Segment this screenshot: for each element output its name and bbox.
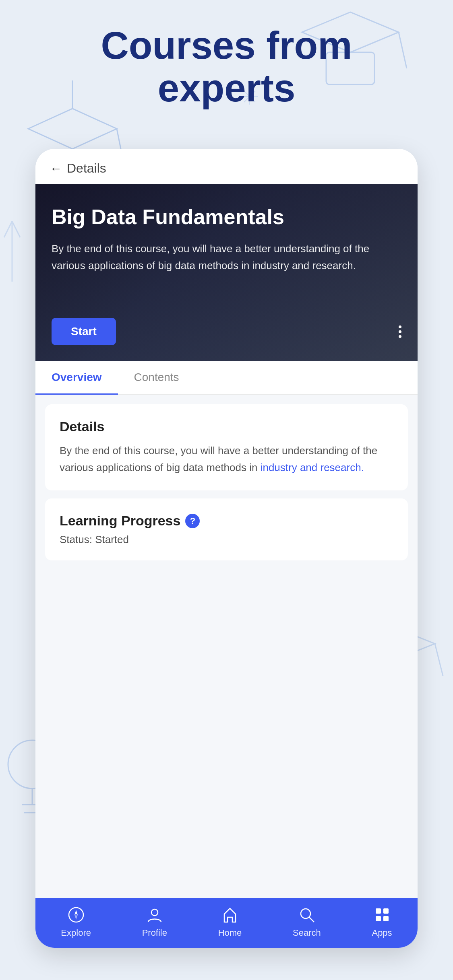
svg-line-24 [12, 221, 20, 237]
dot2 [399, 330, 401, 333]
hero-title: Courses from experts [0, 24, 453, 109]
course-title: Big Data Fundamentals [52, 204, 401, 229]
details-card-text: By the end of this course, you will have… [60, 443, 393, 476]
learning-progress-card: Learning Progress ? Status: Started [45, 498, 408, 560]
svg-rect-32 [383, 908, 389, 914]
nav-item-apps[interactable]: Apps [372, 905, 392, 938]
search-icon [297, 905, 316, 924]
details-card: Details By the end of this course, you w… [45, 404, 408, 490]
nav-item-home[interactable]: Home [218, 905, 242, 938]
phone-frame: ← Details Big Data Fundamentals By the e… [35, 149, 418, 948]
grid-icon [372, 905, 392, 924]
svg-point-29 [301, 909, 310, 918]
tab-contents[interactable]: Contents [118, 361, 195, 395]
svg-rect-33 [376, 916, 381, 921]
banner-content: Big Data Fundamentals By the end of this… [52, 204, 401, 274]
svg-marker-26 [74, 910, 78, 915]
content-area[interactable]: Details By the end of this course, you w… [35, 395, 418, 898]
start-button[interactable]: Start [52, 318, 116, 345]
svg-line-23 [4, 221, 12, 237]
status-value: Started [95, 533, 129, 546]
svg-line-30 [309, 917, 314, 922]
status-label: Status: [60, 533, 92, 546]
svg-line-20 [435, 644, 443, 676]
learning-progress-status: Status: Started [60, 533, 393, 546]
svg-point-25 [69, 908, 83, 922]
details-card-title: Details [60, 419, 393, 434]
nav-label-profile: Profile [142, 928, 167, 938]
learning-progress-header: Learning Progress ? [60, 513, 393, 529]
screen-header: ← Details [35, 149, 418, 184]
svg-rect-31 [376, 908, 381, 914]
hero-title-line2: experts [158, 66, 296, 109]
nav-label-search: Search [293, 928, 321, 938]
nav-item-search[interactable]: Search [293, 905, 321, 938]
nav-label-apps: Apps [372, 928, 392, 938]
header-title: Details [67, 161, 106, 176]
dot3 [399, 335, 401, 338]
home-icon [220, 905, 240, 924]
learning-progress-title: Learning Progress [60, 513, 180, 529]
person-icon [145, 905, 164, 924]
details-text-highlight: industry and research. [261, 461, 364, 474]
course-banner: Big Data Fundamentals By the end of this… [35, 184, 418, 361]
nav-item-explore[interactable]: Explore [61, 905, 91, 938]
tab-overview[interactable]: Overview [35, 361, 118, 395]
svg-rect-34 [383, 916, 389, 921]
nav-label-home: Home [218, 928, 242, 938]
dot1 [399, 325, 401, 328]
nav-label-explore: Explore [61, 928, 91, 938]
course-description: By the end of this course, you will have… [52, 241, 401, 274]
bottom-nav: Explore Profile Home [35, 898, 418, 948]
more-options-button[interactable] [399, 325, 401, 338]
svg-marker-27 [74, 915, 78, 920]
hero-title-line1: Courses from [101, 24, 352, 67]
banner-actions: Start [52, 318, 401, 345]
help-icon[interactable]: ? [185, 514, 200, 528]
back-button[interactable]: ← Details [50, 161, 106, 176]
svg-point-28 [151, 909, 158, 916]
nav-item-profile[interactable]: Profile [142, 905, 167, 938]
tabs-bar: Overview Contents [35, 361, 418, 395]
compass-icon [66, 905, 86, 924]
back-arrow-icon: ← [50, 162, 62, 175]
svg-marker-0 [28, 109, 117, 149]
